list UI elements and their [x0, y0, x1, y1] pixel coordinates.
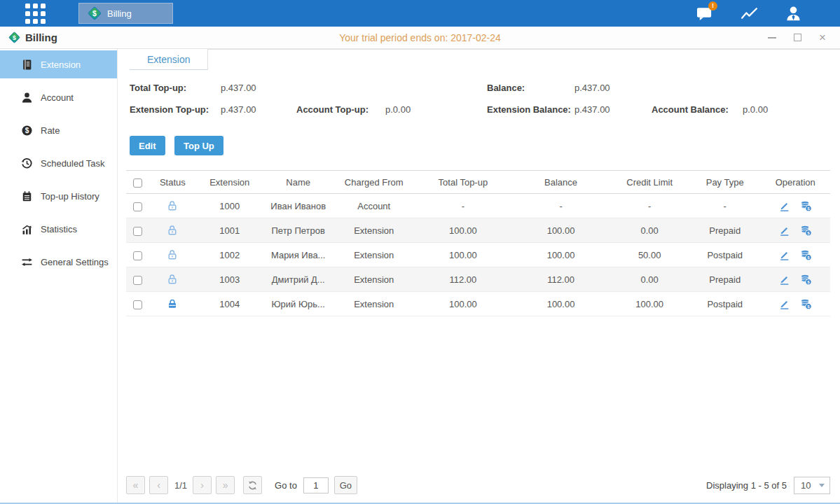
table-row: 1003 Дмитрий Д... Extension 112.00 112.0…: [126, 267, 830, 292]
window-titlebar: $ Billing Your trial period ends on: 201…: [0, 27, 840, 49]
cell-name: Иван Иванов: [263, 194, 334, 218]
cell-pay-type: -: [689, 194, 761, 218]
history-clock-icon: [21, 158, 33, 169]
tab-extension[interactable]: Extension: [130, 49, 208, 70]
row-checkbox[interactable]: [133, 276, 142, 285]
cell-total-topup: 100.00: [414, 243, 512, 267]
page-size-value: 10: [794, 480, 811, 491]
col-total-topup: Total Top-up: [414, 171, 512, 194]
maximize-button[interactable]: [792, 33, 802, 43]
topbar-billing-tab[interactable]: $ Billing: [78, 3, 173, 24]
sidebar-item-label: General Settings: [41, 257, 109, 267]
row-checkbox[interactable]: [133, 251, 142, 260]
refresh-button[interactable]: [243, 476, 262, 494]
notification-badge: !: [708, 1, 717, 10]
sidebar-item-label: Account: [41, 92, 74, 103]
topup-button[interactable]: Top Up: [174, 136, 223, 155]
page-size-select[interactable]: 10: [794, 477, 830, 494]
edit-button[interactable]: Edit: [130, 136, 165, 155]
trial-notice: Your trial period ends on: 2017-02-24: [339, 32, 501, 43]
go-button[interactable]: Go: [334, 476, 357, 494]
svg-text:$: $: [808, 254, 811, 259]
dollar-circle-icon: $: [21, 125, 33, 136]
sidebar-item-topup-history[interactable]: Top-up History: [0, 182, 117, 210]
person-icon: [21, 92, 33, 104]
sidebar-item-rate[interactable]: $ Rate: [0, 116, 117, 144]
topup-coins-icon[interactable]: $: [800, 200, 812, 212]
topup-coins-icon[interactable]: $: [800, 249, 812, 261]
goto-page-input[interactable]: [303, 477, 329, 493]
account-balance-label: Account Balance:: [652, 104, 729, 115]
balance-summary: Total Top-up: p.437.00 Balance: p.437.00…: [130, 78, 840, 125]
col-operation: Operation: [760, 171, 830, 194]
sidebar-item-label: Statistics: [41, 224, 77, 234]
extension-balance-value: p.437.00: [574, 104, 610, 115]
cell-extension: 1003: [196, 267, 262, 292]
cell-name: Юрий Юрь...: [263, 292, 334, 316]
cell-charged-from: Extension: [333, 267, 414, 292]
topup-coins-icon[interactable]: $: [800, 298, 812, 310]
user-button[interactable]: [784, 4, 802, 22]
maximize-icon: [794, 34, 801, 41]
edit-icon[interactable]: [778, 225, 790, 237]
goto-label: Go to: [275, 480, 297, 491]
sidebar-item-label: Rate: [41, 125, 60, 136]
person-icon: [785, 5, 802, 22]
table-header-row: Status Extension Name Charged From Total…: [126, 171, 830, 194]
cell-pay-type: Prepaid: [689, 267, 761, 292]
col-status: Status: [149, 171, 196, 194]
displaying-text: Displaying 1 - 5 of 5: [706, 480, 787, 491]
pagination-bar: « ‹ 1/1 › » Go to Go Displaying: [118, 476, 840, 503]
sidebar-item-statistics[interactable]: Statistics: [0, 215, 117, 243]
topup-coins-icon[interactable]: $: [800, 274, 812, 286]
titlebar-app: $ Billing: [8, 31, 57, 43]
billing-app-icon-small: $: [8, 31, 20, 43]
cell-balance: -: [512, 194, 610, 218]
notebook-icon: [21, 190, 33, 202]
status-unlocked-icon: [167, 200, 178, 211]
cell-extension: 1001: [196, 218, 262, 243]
cell-credit-limit: 0.00: [610, 218, 689, 243]
edit-icon[interactable]: [778, 249, 790, 261]
select-all-checkbox[interactable]: [133, 178, 142, 188]
cell-balance: 100.00: [512, 218, 610, 243]
notifications-button[interactable]: !: [696, 4, 714, 22]
tab-strip: Extension: [118, 49, 840, 70]
svg-text:$: $: [808, 230, 811, 234]
row-checkbox[interactable]: [133, 227, 142, 236]
cell-charged-from: Extension: [333, 218, 414, 243]
app-launcher-button[interactable]: [25, 4, 46, 24]
apps-grid-icon: [25, 4, 46, 24]
cell-total-topup: -: [414, 194, 512, 218]
svg-text:$: $: [25, 127, 29, 134]
ledger-icon: [21, 59, 33, 71]
status-unlocked-icon: [167, 225, 178, 236]
row-checkbox[interactable]: [133, 202, 142, 211]
cell-balance: 100.00: [512, 243, 610, 267]
sidebar-item-general-settings[interactable]: General Settings: [0, 248, 117, 276]
row-checkbox[interactable]: [133, 300, 142, 309]
topup-coins-icon[interactable]: $: [800, 225, 812, 237]
cell-name: Дмитрий Д...: [263, 267, 334, 292]
main-content: Extension Total Top-up: p.437.00 Balance…: [118, 49, 840, 503]
minimize-button[interactable]: [767, 33, 777, 43]
account-topup-value: p.0.00: [385, 104, 411, 115]
sidebar-item-account[interactable]: Account: [0, 83, 117, 111]
refresh-icon: [247, 480, 258, 491]
sidebar-item-extension[interactable]: Extension: [0, 50, 117, 78]
pagination-first-button[interactable]: «: [126, 476, 145, 494]
close-button[interactable]: ×: [818, 33, 827, 43]
edit-icon[interactable]: [778, 274, 790, 286]
cell-extension: 1000: [196, 194, 262, 218]
pagination-prev-button[interactable]: ‹: [149, 476, 168, 494]
edit-icon[interactable]: [778, 298, 790, 310]
balance-value: p.437.00: [574, 83, 610, 93]
pagination-next-button[interactable]: ›: [193, 476, 212, 494]
sidebar-item-scheduled-task[interactable]: Scheduled Task: [0, 149, 117, 177]
cell-credit-limit: 50.00: [610, 243, 689, 267]
edit-icon[interactable]: [778, 200, 790, 212]
cell-total-topup: 100.00: [414, 292, 512, 316]
cell-extension: 1002: [196, 243, 262, 267]
monitor-button[interactable]: [740, 4, 758, 22]
pagination-last-button[interactable]: »: [216, 476, 235, 494]
